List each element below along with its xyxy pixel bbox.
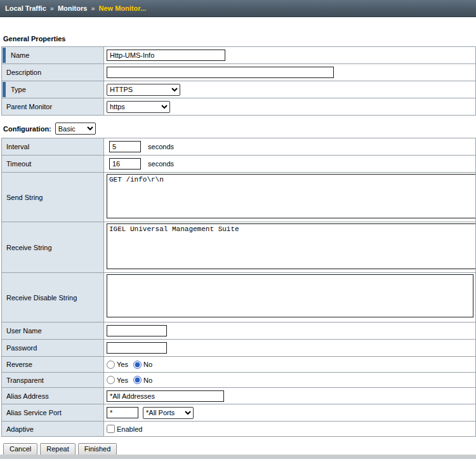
transparent-row: Transparent Yes No [2, 373, 476, 388]
name-label: Name [11, 51, 29, 59]
timeout-row: Timeout seconds [2, 156, 476, 173]
alias-service-port-row: Alias Service Port *All Ports [2, 404, 476, 422]
breadcrumb-new-monitor: New Monitor... [99, 4, 147, 12]
receive-disable-string-label: Receive Disable String [6, 294, 77, 302]
alias-port-select[interactable]: *All Ports [143, 407, 194, 419]
general-properties-table: Name Description Type HTTPS [1, 46, 476, 116]
configuration-select[interactable]: Basic [55, 123, 96, 135]
reverse-label-cell: Reverse [2, 357, 104, 373]
parent-monitor-row: Parent Monitor https [2, 98, 476, 116]
description-row: Description [2, 64, 476, 81]
action-buttons: Cancel Repeat Finished [3, 443, 476, 455]
parent-monitor-label: Parent Monitor [6, 103, 52, 110]
type-label: Type [11, 86, 26, 93]
reverse-no-radio[interactable] [133, 361, 142, 369]
breadcrumb: Local Traffic » Monitors » New Monitor..… [0, 0, 476, 17]
receive-disable-string-textarea[interactable] [107, 274, 473, 317]
parent-monitor-select[interactable]: https [107, 101, 170, 113]
breadcrumb-monitors[interactable]: Monitors [58, 4, 87, 12]
transparent-no-radio[interactable] [133, 376, 142, 384]
name-label-cell: Name [2, 47, 104, 64]
finished-button[interactable]: Finished [78, 443, 117, 455]
interval-label: Interval [6, 143, 29, 150]
name-row: Name [2, 47, 476, 64]
general-properties-title: General Properties [3, 35, 476, 43]
interval-unit: seconds [148, 143, 174, 150]
timeout-label: Timeout [6, 160, 31, 168]
repeat-button[interactable]: Repeat [40, 443, 75, 455]
user-name-label-cell: User Name [2, 323, 104, 340]
receive-disable-string-label-cell: Receive Disable String [2, 273, 104, 323]
send-string-row: Send String GET /info\r\n [2, 173, 476, 222]
breadcrumb-separator: » [50, 4, 54, 12]
configuration-table: Interval seconds Timeout seconds Send St… [1, 138, 476, 437]
transparent-yes-radio[interactable] [107, 376, 115, 384]
description-label-cell: Description [2, 64, 104, 81]
interval-label-cell: Interval [2, 138, 104, 156]
send-string-label-cell: Send String [2, 173, 104, 222]
required-marker [3, 48, 6, 63]
password-label-cell: Password [2, 340, 104, 357]
breadcrumb-local-traffic[interactable]: Local Traffic [5, 4, 46, 12]
send-string-label: Send String [6, 194, 43, 201]
configuration-bar: Configuration: Basic [3, 123, 476, 135]
adaptive-enabled-checkbox[interactable] [107, 425, 115, 433]
timeout-unit: seconds [148, 160, 174, 168]
user-name-label: User Name [6, 327, 42, 335]
reverse-yes-radio[interactable] [107, 361, 115, 369]
user-name-row: User Name [2, 323, 476, 340]
type-row: Type HTTPS [2, 81, 476, 98]
name-input[interactable] [107, 50, 225, 61]
timeout-input[interactable] [109, 158, 141, 170]
alias-address-row: Alias Address [2, 388, 476, 404]
alias-address-input[interactable] [107, 390, 224, 402]
interval-row: Interval seconds [2, 138, 476, 156]
transparent-label-cell: Transparent [2, 373, 104, 388]
reverse-row: Reverse Yes No [2, 357, 476, 373]
alias-service-port-label: Alias Service Port [6, 409, 62, 416]
alias-service-port-input[interactable] [107, 407, 138, 418]
adaptive-label-cell: Adaptive [2, 422, 104, 437]
password-input[interactable] [107, 342, 167, 354]
type-select[interactable]: HTTPS [107, 84, 180, 96]
receive-string-row: Receive String IGEL Universal Management… [2, 222, 476, 273]
adaptive-row: Adaptive Enabled [2, 422, 476, 437]
description-label: Description [6, 69, 41, 76]
required-marker [3, 82, 6, 97]
description-input[interactable] [107, 67, 334, 78]
adaptive-enabled-label: Enabled [117, 425, 142, 433]
configuration-label: Configuration: [3, 125, 51, 133]
receive-string-label-cell: Receive String [2, 222, 104, 273]
type-label-cell: Type [2, 81, 104, 98]
reverse-no-label: No [143, 361, 152, 368]
reverse-yes-label: Yes [117, 361, 128, 368]
main-content: General Properties Name Description Type [0, 35, 476, 455]
reverse-label: Reverse [6, 361, 32, 368]
receive-disable-string-row: Receive Disable String [2, 273, 476, 323]
password-row: Password [2, 340, 476, 357]
interval-input[interactable] [109, 141, 141, 152]
password-label: Password [6, 344, 37, 352]
receive-string-label: Receive String [6, 244, 52, 251]
alias-address-label-cell: Alias Address [2, 388, 104, 404]
send-string-textarea[interactable]: GET /info\r\n [107, 174, 476, 218]
transparent-yes-label: Yes [117, 376, 128, 384]
cancel-button[interactable]: Cancel [3, 443, 37, 455]
alias-address-label: Alias Address [6, 392, 49, 400]
timeout-label-cell: Timeout [2, 156, 104, 173]
user-name-input[interactable] [107, 325, 167, 336]
alias-service-port-label-cell: Alias Service Port [2, 404, 104, 422]
breadcrumb-separator: » [91, 4, 95, 12]
adaptive-label: Adaptive [6, 425, 34, 433]
transparent-label: Transparent [6, 376, 44, 384]
parent-monitor-label-cell: Parent Monitor [2, 98, 104, 116]
transparent-no-label: No [143, 376, 152, 384]
receive-string-textarea[interactable]: IGEL Universal Management Suite [107, 223, 476, 269]
footer-strip [0, 455, 476, 459]
